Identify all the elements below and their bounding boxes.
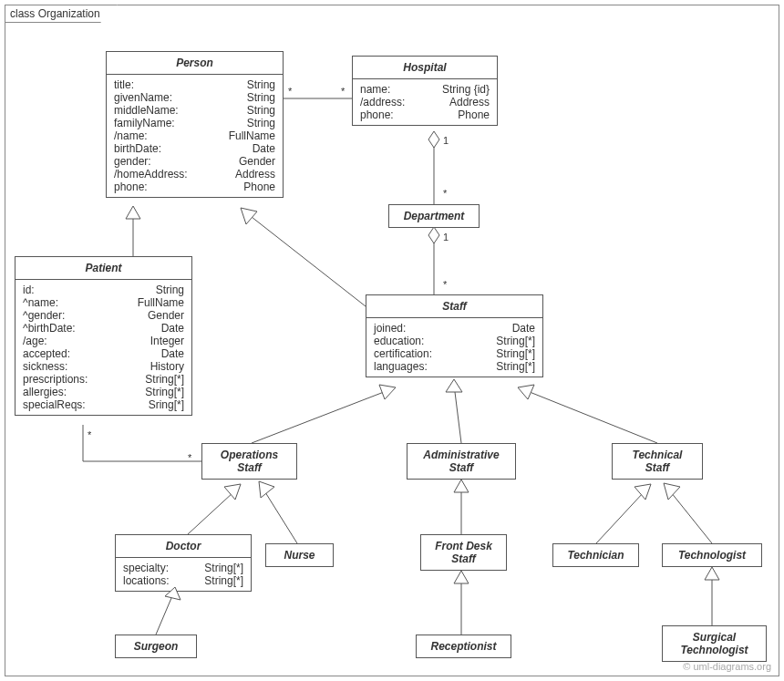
class-department: Department: [388, 204, 480, 228]
class-nurse: Nurse: [265, 543, 334, 567]
class-tech-staff: TechnicalStaff: [612, 443, 703, 480]
svg-marker-2: [428, 131, 439, 148]
mult: *: [288, 86, 292, 97]
attribute-row: joined:Date: [374, 322, 535, 335]
class-staff: Staff joined:Dateeducation:String[*]cert…: [366, 294, 543, 377]
class-title: SurgicalTechnologist: [663, 626, 766, 661]
attribute-row: title:String: [114, 78, 275, 91]
attribute-row: /age:Integer: [23, 335, 184, 347]
attribute-row: certification:String[*]: [374, 347, 535, 360]
attribute-row: gender:Gender: [114, 155, 275, 168]
class-title: Patient: [15, 257, 191, 280]
attribute-row: education:String[*]: [374, 335, 535, 347]
watermark: © uml-diagrams.org: [683, 661, 771, 672]
svg-line-21: [596, 492, 644, 543]
attribute-row: accepted:Date: [23, 347, 184, 360]
class-receptionist: Receptionist: [416, 635, 511, 658]
svg-marker-12: [446, 379, 462, 392]
attribute-row: specialty:String[*]: [123, 562, 243, 574]
attribute-row: ^name:FullName: [23, 296, 184, 309]
attribute-row: phone:Phone: [114, 181, 275, 193]
svg-line-15: [188, 492, 233, 534]
attribute-row: id:String: [23, 284, 184, 296]
svg-marker-14: [518, 385, 534, 399]
svg-marker-6: [126, 206, 140, 219]
attribute-row: phone:Phone: [360, 108, 490, 121]
class-technician: Technician: [552, 543, 639, 567]
attribute-row: /address:Address: [360, 96, 490, 108]
attribute-row: /name:FullName: [114, 129, 275, 142]
organization-frame: class Organization Person title:Stringgi…: [5, 5, 779, 676]
class-title: Technologist: [663, 544, 761, 566]
svg-marker-4: [428, 227, 439, 243]
svg-marker-30: [705, 567, 719, 580]
class-admin-staff: AdministrativeStaff: [407, 443, 516, 480]
class-title: Technician: [553, 544, 638, 566]
attribute-row: specialReqs:Sring[*]: [23, 398, 184, 411]
attribute-row: prescriptions:String[*]: [23, 373, 184, 386]
attribute-row: birthDate:Date: [114, 142, 275, 155]
mult: *: [341, 86, 345, 97]
class-person: Person title:StringgivenName:Stringmiddl…: [106, 51, 284, 198]
class-hospital: Hospital name:String {id}/address:Addres…: [352, 56, 498, 126]
svg-line-13: [530, 392, 657, 443]
attribute-row: givenName:String: [114, 91, 275, 104]
attribute-row: /homeAddress:Address: [114, 168, 275, 181]
class-title: Staff: [366, 295, 542, 318]
class-doctor: Doctor specialty:String[*]locations:Stri…: [115, 534, 252, 592]
frame-label: class Organization: [5, 5, 118, 23]
svg-marker-8: [241, 208, 257, 224]
mult: *: [88, 429, 91, 440]
mult: 1: [443, 135, 449, 146]
svg-line-7: [252, 217, 366, 306]
attribute-row: middleName:String: [114, 104, 275, 117]
mult: *: [443, 279, 447, 290]
class-surgeon: Surgeon: [115, 635, 197, 658]
class-title: Department: [389, 205, 479, 227]
class-patient: Patient id:String^name:FullName^gender:G…: [15, 256, 192, 416]
mult: *: [443, 188, 447, 199]
svg-marker-24: [664, 483, 680, 500]
class-ops-staff: OperationsStaff: [201, 443, 297, 480]
svg-marker-20: [454, 480, 469, 492]
attribute-row: languages:String[*]: [374, 360, 535, 373]
class-frontdesk: Front DeskStaff: [420, 534, 507, 571]
svg-line-9: [252, 392, 384, 443]
svg-marker-10: [379, 385, 396, 399]
attribute-row: name:String {id}: [360, 83, 490, 96]
svg-line-11: [455, 392, 461, 443]
attribute-row: familyName:String: [114, 117, 275, 129]
class-title: Doctor: [116, 535, 251, 558]
class-surgicaltech: SurgicalTechnologist: [662, 625, 767, 662]
class-title: TechnicalStaff: [613, 444, 702, 479]
svg-marker-28: [454, 571, 469, 583]
attribute-row: allergies:String[*]: [23, 386, 184, 398]
attribute-row: locations:String[*]: [123, 574, 243, 587]
class-title: AdministrativeStaff: [407, 444, 515, 479]
svg-marker-16: [224, 484, 241, 500]
svg-line-25: [156, 598, 171, 635]
attribute-row: ^birthDate:Date: [23, 322, 184, 335]
class-title: Hospital: [353, 57, 497, 79]
attribute-row: ^gender:Gender: [23, 309, 184, 322]
class-technologist: Technologist: [662, 543, 762, 567]
mult: 1: [443, 232, 449, 242]
svg-line-23: [671, 492, 712, 543]
mult: *: [188, 452, 191, 463]
svg-line-17: [265, 492, 297, 543]
class-title: Surgeon: [116, 635, 196, 657]
class-title: Receptionist: [417, 635, 511, 657]
class-title: OperationsStaff: [202, 444, 296, 479]
class-title: Front DeskStaff: [421, 535, 506, 570]
class-title: Person: [107, 52, 283, 75]
svg-marker-18: [259, 481, 274, 498]
class-title: Nurse: [266, 544, 333, 566]
svg-marker-22: [634, 484, 651, 500]
attribute-row: sickness:History: [23, 360, 184, 373]
